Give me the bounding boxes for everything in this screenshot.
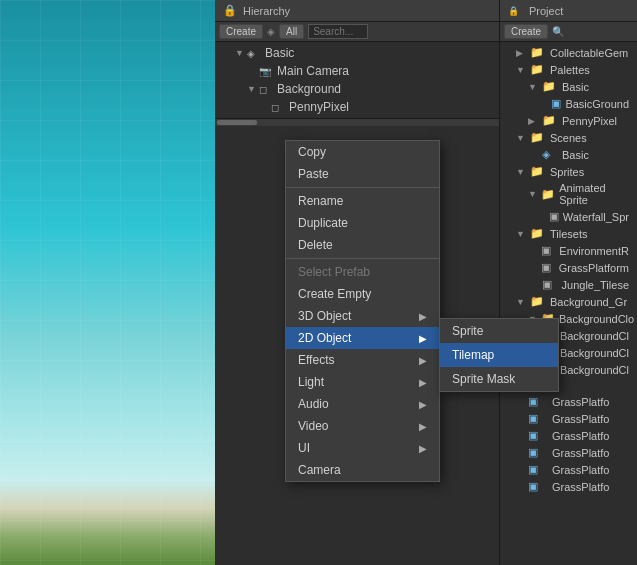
p-item-label: BackgroundCl: [560, 364, 629, 376]
p-item-environment[interactable]: ▣ EnvironmentR: [500, 242, 637, 259]
ctx-paste[interactable]: Paste: [286, 163, 439, 185]
ctx-delete[interactable]: Delete: [286, 234, 439, 256]
ctx-3d-object[interactable]: 3D Object ▶: [286, 305, 439, 327]
p-item-gp-6[interactable]: ▣ GrassPlatfo: [500, 478, 637, 495]
ctx-audio-label: Audio: [298, 397, 329, 411]
hierarchy-search-input[interactable]: [308, 24, 368, 39]
ctx-light-label: Light: [298, 375, 324, 389]
asset-icon: ▣: [528, 395, 548, 408]
ctx-2d-object[interactable]: 2D Object ▶: [286, 327, 439, 349]
p-item-grass-platform[interactable]: ▣ GrassPlatform: [500, 259, 637, 276]
submenu-arrow: ▶: [419, 399, 427, 410]
ctx-duplicate[interactable]: Duplicate: [286, 212, 439, 234]
ctx-effects[interactable]: Effects ▶: [286, 349, 439, 371]
p-item-label: Background_Gr: [550, 296, 627, 308]
asset-icon: ▣: [542, 278, 558, 291]
p-item-label: Basic: [562, 81, 589, 93]
p-item-label: Scenes: [550, 132, 587, 144]
p-item-bg-gr[interactable]: ▼ 📁 Background_Gr: [500, 293, 637, 310]
hierarchy-all-button[interactable]: All: [279, 24, 304, 39]
expand-arrow: ▼: [516, 133, 526, 143]
p-item-basic-scene[interactable]: ◈ Basic: [500, 146, 637, 163]
p-item-label: GrassPlatfo: [552, 481, 609, 493]
asset-icon: ▣: [528, 446, 548, 459]
p-item-label: BackgroundClo: [559, 313, 634, 325]
expand-arrow: ▼: [516, 167, 526, 177]
p-item-palettes[interactable]: ▼ 📁 Palettes: [500, 61, 637, 78]
main-layout: 🔒 Hierarchy Create ◈ All ▼ ◈ Basic 📷 Mai…: [0, 0, 637, 565]
submenu-sprite-mask-label: Sprite Mask: [452, 372, 515, 386]
p-item-label: BackgroundCl: [560, 347, 629, 359]
ctx-video[interactable]: Video ▶: [286, 415, 439, 437]
hierarchy-item-basic[interactable]: ▼ ◈ Basic: [215, 44, 499, 62]
ctx-effects-label: Effects: [298, 353, 334, 367]
project-toolbar: Create 🔍: [500, 22, 637, 42]
expand-arrow: ▼: [235, 48, 243, 58]
p-item-label: PennyPixel: [562, 115, 617, 127]
ctx-camera[interactable]: Camera: [286, 459, 439, 481]
p-item-label: BackgroundCl: [560, 330, 629, 342]
project-panel: 🔒 Project Create 🔍 ▶ 📁 CollectableGem ▼ …: [500, 0, 637, 565]
submenu-sprite[interactable]: Sprite: [440, 319, 558, 343]
p-item-jungle-tilese[interactable]: ▣ Jungle_Tilese: [500, 276, 637, 293]
ctx-light[interactable]: Light ▶: [286, 371, 439, 393]
ctx-ui-label: UI: [298, 441, 310, 455]
hierarchy-item-background[interactable]: ▼ ◻ Background: [215, 80, 499, 98]
ctx-delete-label: Delete: [298, 238, 333, 252]
p-item-collectable-gem[interactable]: ▶ 📁 CollectableGem: [500, 44, 637, 61]
p-item-animated-sprite[interactable]: ▼ 📁 Animated Sprite: [500, 180, 637, 208]
expand-arrow: ▼: [247, 84, 255, 94]
folder-icon: 📁: [530, 63, 546, 76]
submenu-arrow: ▶: [419, 333, 427, 344]
project-create-button[interactable]: Create: [504, 24, 548, 39]
horizontal-scrollbar[interactable]: [215, 118, 499, 126]
ctx-select-prefab: Select Prefab: [286, 261, 439, 283]
submenu-2d-object: Sprite Tilemap Sprite Mask: [439, 318, 559, 392]
ctx-copy[interactable]: Copy: [286, 141, 439, 163]
p-item-tilesets[interactable]: ▼ 📁 Tilesets: [500, 225, 637, 242]
submenu-tilemap-label: Tilemap: [452, 348, 494, 362]
scene-panel: [0, 0, 215, 565]
p-item-label: Waterfall_Spr: [563, 211, 629, 223]
asset-icon: ▣: [528, 480, 548, 493]
ctx-2d-object-label: 2D Object: [298, 331, 351, 345]
p-item-basic-palettes[interactable]: ▼ 📁 Basic: [500, 78, 637, 95]
object-icon: ◻: [271, 102, 285, 113]
p-item-label: GrassPlatfo: [552, 464, 609, 476]
p-item-gp-1[interactable]: ▣ GrassPlatfo: [500, 393, 637, 410]
hierarchy-item-main-camera[interactable]: 📷 Main Camera: [215, 62, 499, 80]
h-item-label: Main Camera: [277, 64, 349, 78]
p-item-scenes[interactable]: ▼ 📁 Scenes: [500, 129, 637, 146]
hierarchy-header: 🔒 Hierarchy: [215, 0, 499, 22]
ctx-create-empty[interactable]: Create Empty: [286, 283, 439, 305]
p-item-gp-4[interactable]: ▣ GrassPlatfo: [500, 444, 637, 461]
submenu-arrow: ▶: [419, 311, 427, 322]
p-item-sprites[interactable]: ▼ 📁 Sprites: [500, 163, 637, 180]
ctx-audio[interactable]: Audio ▶: [286, 393, 439, 415]
h-item-label: Basic: [265, 46, 294, 60]
expand-arrow: ▶: [528, 116, 538, 126]
folder-icon: 📁: [530, 227, 546, 240]
project-header: 🔒 Project: [500, 0, 637, 22]
ctx-ui[interactable]: UI ▶: [286, 437, 439, 459]
submenu-tilemap[interactable]: Tilemap: [440, 343, 558, 367]
p-item-pennypixel[interactable]: ▶ 📁 PennyPixel: [500, 112, 637, 129]
ctx-rename[interactable]: Rename: [286, 190, 439, 212]
p-item-label: BasicGround: [565, 98, 629, 110]
scene-grid: [0, 0, 215, 565]
hierarchy-create-button[interactable]: Create: [219, 24, 263, 39]
p-item-waterfall[interactable]: ▣ Waterfall_Spr: [500, 208, 637, 225]
project-content: ▶ 📁 CollectableGem ▼ 📁 Palettes ▼ 📁 Basi…: [500, 42, 637, 565]
p-item-label: GrassPlatfo: [552, 413, 609, 425]
p-item-gp-3[interactable]: ▣ GrassPlatfo: [500, 427, 637, 444]
p-item-label: GrassPlatfo: [552, 430, 609, 442]
hierarchy-item-pennypixel[interactable]: ◻ PennyPixel: [215, 98, 499, 116]
p-item-gp-2[interactable]: ▣ GrassPlatfo: [500, 410, 637, 427]
p-item-basic-ground[interactable]: ▣ BasicGround: [500, 95, 637, 112]
submenu-arrow: ▶: [419, 377, 427, 388]
p-item-gp-5[interactable]: ▣ GrassPlatfo: [500, 461, 637, 478]
asset-icon: ▣: [551, 97, 562, 110]
p-item-label: Jungle_Tilese: [562, 279, 629, 291]
submenu-sprite-mask[interactable]: Sprite Mask: [440, 367, 558, 391]
asset-icon: ▣: [528, 412, 548, 425]
